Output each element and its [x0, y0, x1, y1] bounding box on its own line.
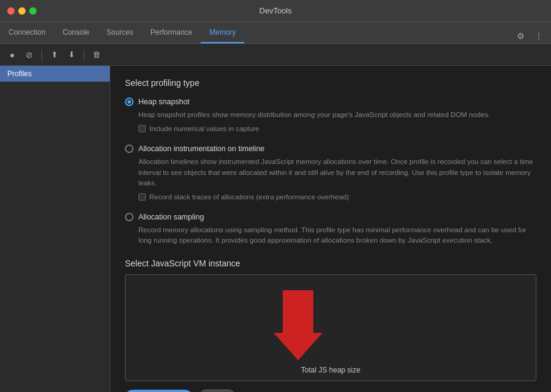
- upload-button[interactable]: ⬆: [47, 48, 62, 62]
- more-icon[interactable]: ⋮: [531, 29, 546, 43]
- allocation-timeline-option: Allocation instrumentation on timeline A…: [125, 144, 536, 201]
- take-snapshot-button[interactable]: Take snapshot: [125, 390, 193, 393]
- close-button[interactable]: [7, 7, 15, 15]
- heap-snapshot-header[interactable]: Heap snapshot: [125, 98, 536, 106]
- heap-snapshot-option: Heap snapshot Heap snapshot profiles sho…: [125, 98, 536, 132]
- tab-icons: ⚙ ⋮: [513, 29, 551, 43]
- tab-sources[interactable]: Sources: [98, 22, 142, 43]
- toolbar-divider-1: [41, 49, 42, 60]
- vm-instance-box: Total JS heap size: [125, 274, 536, 381]
- allocation-sampling-radio[interactable]: [125, 213, 133, 221]
- sidebar-item-profiles[interactable]: Profiles: [0, 66, 110, 82]
- toolbar-divider-2: [84, 49, 84, 60]
- heap-snapshot-label: Heap snapshot: [138, 98, 190, 106]
- allocation-sampling-header[interactable]: Allocation sampling: [125, 213, 536, 221]
- trash-button[interactable]: 🗑: [89, 48, 104, 62]
- allocation-timeline-desc: Allocation timelines show instrumented J…: [138, 157, 536, 188]
- heap-snapshot-radio[interactable]: [125, 98, 133, 106]
- download-button[interactable]: ⬇: [64, 48, 79, 62]
- maximize-button[interactable]: [29, 7, 37, 15]
- traffic-lights: [7, 7, 37, 15]
- settings-icon[interactable]: ⚙: [513, 29, 528, 43]
- profiling-type-title: Select profiling type: [125, 78, 536, 88]
- svg-marker-0: [274, 290, 322, 360]
- allocation-timeline-checkbox-label: Record stack traces of allocations (extr…: [149, 193, 349, 201]
- heap-snapshot-checkbox[interactable]: [138, 125, 146, 132]
- bottom-buttons: Take snapshot Load: [125, 390, 536, 393]
- tab-bar: Connection Console Sources Performance M…: [0, 22, 551, 44]
- allocation-timeline-checkbox[interactable]: [138, 193, 146, 201]
- load-button[interactable]: Load: [199, 390, 236, 393]
- tab-console[interactable]: Console: [54, 22, 98, 43]
- content-area: Select profiling type Heap snapshot Heap…: [110, 66, 551, 392]
- allocation-sampling-desc: Record memory allocations using sampling…: [138, 225, 536, 246]
- allocation-timeline-radio[interactable]: [125, 144, 133, 153]
- toolbar: ● ⊘ ⬆ ⬇ 🗑: [0, 44, 551, 66]
- record-button[interactable]: ●: [5, 48, 20, 62]
- allocation-timeline-label: Allocation instrumentation on timeline: [138, 144, 265, 153]
- heap-snapshot-checkbox-row: Include numerical values in capture: [138, 125, 536, 132]
- tab-performance[interactable]: Performance: [142, 22, 201, 43]
- vm-section-title: Select JavaScript VM instance: [125, 258, 536, 268]
- title-bar: DevTools: [0, 0, 551, 22]
- stop-button[interactable]: ⊘: [22, 48, 37, 62]
- minimize-button[interactable]: [18, 7, 26, 15]
- allocation-timeline-checkbox-row: Record stack traces of allocations (extr…: [138, 193, 536, 201]
- tab-memory[interactable]: Memory: [201, 22, 244, 43]
- main-layout: Profiles Select profiling type Heap snap…: [0, 66, 551, 392]
- arrow-icon: [271, 284, 325, 363]
- tab-connection[interactable]: Connection: [0, 22, 54, 43]
- allocation-sampling-option: Allocation sampling Record memory alloca…: [125, 213, 536, 246]
- heap-snapshot-desc: Heap snapshot profiles show memory distr…: [138, 110, 536, 120]
- heap-snapshot-checkbox-label: Include numerical values in capture: [149, 125, 259, 132]
- allocation-timeline-header[interactable]: Allocation instrumentation on timeline: [125, 144, 536, 153]
- vm-heap-label: Total JS heap size: [301, 366, 360, 374]
- allocation-sampling-label: Allocation sampling: [138, 213, 204, 221]
- window-title: DevTools: [259, 6, 291, 15]
- sidebar: Profiles: [0, 66, 110, 392]
